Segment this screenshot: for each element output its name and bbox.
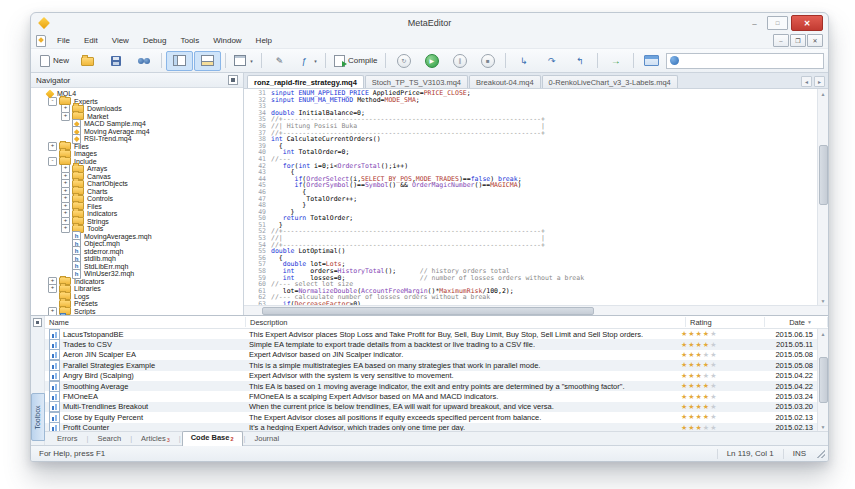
open-folder-button[interactable] [74, 51, 101, 71]
tree-item[interactable]: +stderror.mqh [33, 248, 243, 256]
search-input[interactable] [682, 55, 820, 66]
column-header-date[interactable]: Date ▼ [765, 317, 828, 327]
toolbox-panel-button[interactable] [194, 51, 221, 71]
toolbox-tab-articles[interactable]: Articles3 [133, 433, 178, 445]
table-vertical-scrollbar[interactable]: ▲ ▼ [817, 329, 828, 431]
menu-item-edit[interactable]: Edit [77, 35, 105, 46]
table-row[interactable]: Smoothing AverageThis EA is based on 1 m… [45, 381, 817, 391]
tree-expander-icon[interactable]: + [61, 224, 70, 233]
toolbox-vertical-tab-label: Toolbox [34, 405, 41, 429]
table-cell-description: It's a hedging Expert Advisor, which tra… [245, 423, 677, 431]
debug-pause-button[interactable]: ∥ [446, 51, 473, 71]
tree-expander-icon[interactable]: + [48, 284, 57, 293]
tree-expander-icon[interactable]: + [48, 142, 57, 151]
scroll-down-icon[interactable]: ▼ [821, 297, 826, 304]
tree-expander-icon[interactable]: + [61, 112, 70, 121]
toolbox-tab-label: Journal [254, 434, 279, 443]
tab-scroll-left-icon[interactable]: ◂ [801, 76, 812, 87]
continue-button[interactable]: → [602, 51, 629, 71]
menu-item-window[interactable]: Window [206, 35, 248, 46]
table-row[interactable]: Multi-Trendlines BreakoutWhen the curren… [45, 402, 817, 412]
folder-icon [59, 97, 71, 105]
step-into-button[interactable]: ↳ [510, 51, 537, 71]
editor-hscroll-thumb[interactable] [262, 307, 594, 315]
tree-item[interactable]: +Object.mqh [33, 240, 243, 248]
table-vscroll-thumb[interactable] [819, 357, 828, 403]
navigator-menu-button[interactable] [228, 75, 238, 85]
tree-item[interactable]: +stdlib.mqh [33, 255, 243, 263]
code-editor[interactable]: 31sinput ENUM_APPLIED_PRICE AppliedPrice… [244, 89, 817, 305]
toolbox-tab-journal[interactable]: Journal [246, 433, 287, 445]
table-row[interactable]: Trades to CSVSimple EA template to expor… [45, 339, 817, 349]
editor-horizontal-scrollbar[interactable] [244, 305, 828, 315]
tree-item[interactable]: +Moving Average.mq4 [33, 128, 243, 136]
tree-item[interactable]: +StdLibErr.mqh [33, 263, 243, 271]
tree-expander-icon[interactable]: + [48, 307, 57, 315]
column-header-description[interactable]: Description [246, 317, 686, 327]
step-over-button[interactable]: ↷ [538, 51, 565, 71]
table-scroll-up-icon[interactable]: ▲ [821, 330, 826, 337]
mdi-close-button[interactable]: ✕ [807, 34, 823, 47]
minimize-button[interactable]: – [745, 17, 764, 29]
toolbox-menu-button[interactable] [33, 318, 42, 327]
snippet-button[interactable]: ✎ [266, 51, 293, 71]
new-file-button[interactable]: New [36, 51, 73, 71]
tree-item[interactable]: -Experts [33, 98, 243, 106]
mdi-minimize-button[interactable]: – [773, 34, 789, 47]
styler-button[interactable]: ▾ [230, 51, 257, 71]
table-cell-date: 2015.03.24 [755, 392, 817, 401]
table-row[interactable]: Profit CounterIt's a hedging Expert Advi… [45, 423, 817, 431]
editor-tab[interactable]: ronz_rapid-fire_strategy.mq4 [247, 75, 364, 88]
tree-expander-icon[interactable]: - [48, 157, 57, 166]
debug-start-button[interactable]: ▶ [418, 51, 445, 71]
editor-tab[interactable]: Stoch_TP_TS_V3103.mq4 [365, 75, 468, 88]
menu-item-help[interactable]: Help [249, 35, 279, 46]
column-header-rating[interactable]: Rating [686, 317, 765, 327]
table-row[interactable]: Parallel Strategies ExampleThis is a sim… [45, 360, 817, 370]
tree-item[interactable]: -Include [33, 158, 243, 166]
menu-item-debug[interactable]: Debug [136, 35, 174, 46]
toolbox-tab-code-base[interactable]: Code Base2 [182, 431, 243, 446]
terminal-button[interactable] [638, 51, 665, 71]
table-row[interactable]: Close by Equity PercentThe Expert Adviso… [45, 412, 817, 422]
dropdown-arrow-icon: ▾ [314, 58, 317, 64]
find-in-files-button[interactable] [130, 51, 157, 71]
table-row[interactable]: LacusTstopandBEThis Expert Advisor place… [45, 329, 817, 339]
save-button[interactable] [102, 51, 129, 71]
mdi-restore-button[interactable]: ❐ [790, 34, 806, 47]
column-header-name[interactable]: Name [45, 317, 246, 327]
navigator-panel-button[interactable] [166, 51, 193, 71]
tree-item[interactable]: +Tools [33, 225, 243, 233]
tree-item[interactable]: +Market [33, 113, 243, 121]
debug-stop-button[interactable]: ■ [474, 51, 501, 71]
toolbox-vertical-tab[interactable]: Toolbox [31, 393, 45, 441]
toolbox-tab-errors[interactable]: Errors [49, 433, 85, 445]
function-list-button[interactable]: ƒ▾ [294, 51, 321, 71]
menu-item-file[interactable]: File [50, 35, 77, 46]
table-scroll-down-icon[interactable]: ▼ [821, 423, 826, 430]
resize-grip[interactable] [817, 450, 825, 458]
toolbar-button-label: Compile [348, 56, 377, 65]
search-magnifier-icon[interactable] [828, 56, 829, 65]
tree-item[interactable]: +MovingAverages.mqh [33, 233, 243, 241]
editor-vscroll-thumb[interactable] [819, 145, 828, 205]
editor-vertical-scrollbar[interactable]: ▲ ▼ [817, 89, 828, 305]
compile-button[interactable]: Compile [330, 51, 381, 71]
table-cell-description: When the current price is below trendlin… [245, 402, 677, 411]
menu-item-tools[interactable]: Tools [173, 35, 206, 46]
status-bar: For Help, press F1 Ln 119, Col 1 INS [31, 445, 828, 461]
scroll-up-icon[interactable]: ▲ [821, 90, 826, 97]
tree-item[interactable]: +MACD Sample.mq4 [33, 120, 243, 128]
close-button[interactable]: ✕ [791, 15, 823, 31]
table-row[interactable]: Aeron JIN Scalper EAExpert Advisor based… [45, 350, 817, 360]
toolbox-tab-search[interactable]: Search [89, 433, 129, 445]
editor-tab[interactable]: Breakout-04.mq4 [469, 75, 541, 88]
table-row[interactable]: Angry Bird (Scalping)Expert Advisor with… [45, 371, 817, 381]
menu-item-view[interactable]: View [105, 35, 136, 46]
step-out-button[interactable]: ↰ [566, 51, 593, 71]
maximize-button[interactable]: □ [767, 16, 788, 30]
tab-scroll-right-icon[interactable]: ▸ [814, 76, 825, 87]
debug-restart-button[interactable]: ↻ [390, 51, 417, 71]
table-row[interactable]: FMOneEAFMOneEA is a scalping Expert Advi… [45, 391, 817, 401]
editor-tab[interactable]: 0-RenkoLiveChart_v3_3-Labels.mq4 [542, 75, 678, 88]
